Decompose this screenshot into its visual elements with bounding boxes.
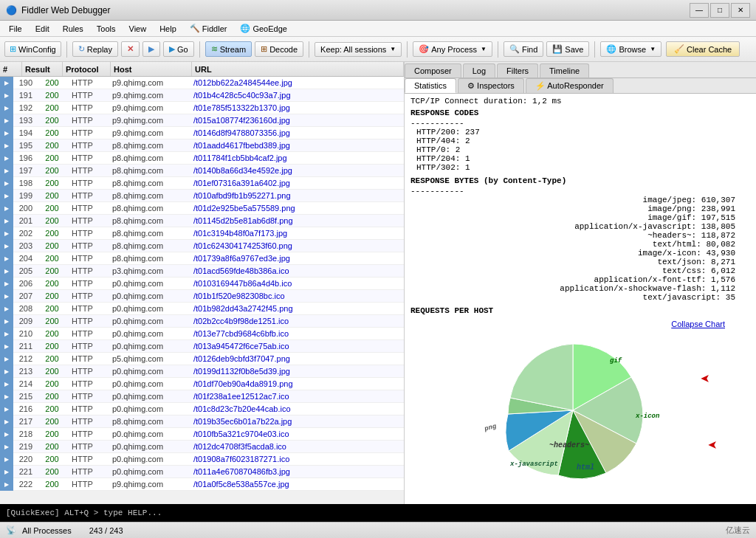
tab-timeline[interactable]: Timeline <box>540 63 589 77</box>
table-row[interactable]: ▶ 209 200 HTTP p0.qhimg.com /t02b2cc4b9f… <box>0 315 404 328</box>
cell-result: 200 <box>35 191 69 200</box>
stream-button[interactable]: ≋ Stream <box>205 41 252 57</box>
cell-url: /t0199d1132f0b8e5d39.jpg <box>190 367 404 376</box>
menubar: File Edit Rules Tools View Help 🔨 Fiddle… <box>0 21 756 37</box>
cell-protocol: HTTP <box>69 404 109 413</box>
table-row[interactable]: ▶ 221 200 HTTP p0.qhimg.com /t011a4e6708… <box>0 466 404 478</box>
cell-result: 200 <box>35 304 69 313</box>
tab-filters[interactable]: Filters <box>497 63 538 77</box>
session-icon: ▶ <box>0 114 13 127</box>
table-row[interactable]: ▶ 210 200 HTTP p0.qhimg.com /t013e77cbd9… <box>0 328 404 340</box>
menu-geoedge[interactable]: 🌐 GeoEdge <box>234 22 292 35</box>
dashes-1: ----------- <box>410 119 750 128</box>
table-row[interactable]: ▶ 208 200 HTTP p0.qhimg.com /t01b982dd43… <box>0 303 404 315</box>
table-row[interactable]: ▶ 194 200 HTTP p9.qhimg.com /t0146d8f947… <box>0 127 404 139</box>
cell-host: p0.qhimg.com <box>109 404 190 413</box>
menu-file[interactable]: File <box>3 23 28 35</box>
minimize-button[interactable]: — <box>690 3 709 18</box>
find-button[interactable]: 🔍 Find <box>504 41 543 57</box>
cell-id: 207 <box>13 292 35 300</box>
table-row[interactable]: ▶ 222 200 HTTP p9.qhimg.com /t01a0f5c8e5… <box>0 478 404 491</box>
table-row[interactable]: ▶ 197 200 HTTP p8.qhimg.com /t0140b8a66d… <box>0 165 404 177</box>
table-row[interactable]: ▶ 207 200 HTTP p0.qhimg.com /t01b1f520e9… <box>0 290 404 303</box>
table-row[interactable]: ▶ 212 200 HTTP p5.qhimg.com /t0126deb9cb… <box>0 353 404 365</box>
tab-composer[interactable]: Composer <box>405 63 461 77</box>
table-row[interactable]: ▶ 195 200 HTTP p8.qhimg.com /t01aadd4617… <box>0 139 404 152</box>
winconfig-button[interactable]: ⊞ WinConfig <box>4 41 61 57</box>
table-row[interactable]: ▶ 193 200 HTTP p9.qhimg.com /t015a108774… <box>0 114 404 127</box>
table-row[interactable]: ▶ 199 200 HTTP p8.qhimg.com /t010afbd9fb… <box>0 190 404 202</box>
table-row[interactable]: ▶ 198 200 HTTP p8.qhimg.com /t01ef07316a… <box>0 177 404 190</box>
table-row[interactable]: ▶ 200 200 HTTP p8.qhimg.com /t01d2e925be… <box>0 202 404 215</box>
response-codes-list: HTTP/200: 237 HTTP/404: 2 HTTP/0: 2 HTTP… <box>410 128 750 172</box>
col-header-hash: # <box>0 62 22 76</box>
cell-result: 200 <box>35 128 69 137</box>
close-button[interactable]: ✕ <box>731 3 750 18</box>
table-row[interactable]: ▶ 218 200 HTTP p0.qhimg.com /t010fb5a321… <box>0 428 404 441</box>
menu-help[interactable]: Help <box>154 23 182 35</box>
response-bytes-item: image/x-icon: 43,930 <box>416 249 735 258</box>
go-button[interactable]: ▶ Go <box>163 41 194 57</box>
command-bar[interactable]: [QuickExec] ALT+Q > type HELP... <box>0 504 756 522</box>
response-bytes-item: image/png: 238,991 <box>416 204 735 213</box>
maximize-button[interactable]: □ <box>710 3 729 18</box>
response-bytes-item: image/jpeg: 610,307 <box>416 196 735 204</box>
response-codes-title: RESPONSE CODES <box>410 108 750 117</box>
table-row[interactable]: ▶ 217 200 HTTP p8.qhimg.com /t019b35ec6b… <box>0 415 404 428</box>
tab-autoresponder[interactable]: ⚡ AutoResponder <box>526 78 614 93</box>
keep-dropdown[interactable]: Keep: All sessions ▼ <box>315 42 402 57</box>
right-tabs-row2: Statistics ⚙ Inspectors ⚡ AutoResponder <box>405 78 756 94</box>
table-row[interactable]: ▶ 190 200 HTTP p9.qhimg.com /t012bb622a2… <box>0 77 404 89</box>
session-icon: ▶ <box>0 177 13 190</box>
svg-text:html: html <box>577 463 594 472</box>
process-dropdown[interactable]: 🎯 Any Process ▼ <box>413 41 492 57</box>
menu-view[interactable]: View <box>123 23 153 35</box>
decode-button[interactable]: ⊞ Decode <box>255 41 303 57</box>
cell-protocol: HTTP <box>69 266 109 275</box>
table-row[interactable]: ▶ 196 200 HTTP p8.qhimg.com /t011784f1cb… <box>0 152 404 165</box>
tab-statistics[interactable]: Statistics <box>405 78 456 93</box>
browse-dropdown[interactable]: 🌐 Browse ▼ <box>600 41 662 57</box>
save-button[interactable]: 💾 Save <box>546 41 589 57</box>
statusbar-left: 📡 All Processes 243 / 243 <box>6 525 123 535</box>
table-row[interactable]: ▶ 219 200 HTTP p0.qhimg.com /t012dc4708f… <box>0 441 404 453</box>
table-row[interactable]: ▶ 211 200 HTTP p0.qhimg.com /t013a945472… <box>0 340 404 353</box>
cell-url: /t01d2e925be5a575589.png <box>190 204 404 213</box>
table-row[interactable]: ▶ 205 200 HTTP p3.qhimg.com /t01acd569fd… <box>0 265 404 277</box>
cell-result: 200 <box>35 379 69 388</box>
cell-protocol: HTTP <box>69 216 109 225</box>
table-row[interactable]: ▶ 214 200 HTTP p0.qhimg.com /t01df70eb90… <box>0 378 404 390</box>
capture-icon: 📡 <box>6 525 16 535</box>
cell-host: p8.qhimg.com <box>109 417 190 426</box>
replay-button[interactable]: ↻ Replay <box>72 41 118 57</box>
clear-cache-button[interactable]: 🧹 Clear Cache <box>666 41 740 57</box>
table-row[interactable]: ▶ 201 200 HTTP p8.qhimg.com /t01145d2b5e… <box>0 215 404 227</box>
table-row[interactable]: ▶ 191 200 HTTP p9.qhimg.com /t01b4c428c5… <box>0 89 404 102</box>
table-row[interactable]: ▶ 202 200 HTTP p8.qhimg.com /t01c3194b48… <box>0 227 404 240</box>
cell-host: p0.qhimg.com <box>109 392 190 401</box>
menu-edit[interactable]: Edit <box>30 23 55 35</box>
collapse-chart-link[interactable]: Collapse Chart <box>671 320 725 328</box>
table-row[interactable]: ▶ 216 200 HTTP p0.qhimg.com /t01c8d23c7b… <box>0 403 404 415</box>
menu-rules[interactable]: Rules <box>57 23 89 35</box>
table-row[interactable]: ▶ 220 200 HTTP p0.qhimg.com /t01908a7f60… <box>0 453 404 466</box>
x-button[interactable]: ✕ <box>121 41 140 57</box>
cell-url: /t01f238a1ee12512ac7.ico <box>190 392 404 401</box>
table-row[interactable]: ▶ 204 200 HTTP p8.qhimg.com /t01739a8f6a… <box>0 252 404 265</box>
tab-inspectors[interactable]: ⚙ Inspectors <box>458 78 524 93</box>
menu-fiddler[interactable]: 🔨 Fiddler <box>184 22 233 35</box>
table-row[interactable]: ▶ 213 200 HTTP p0.qhimg.com /t0199d1132f… <box>0 365 404 378</box>
table-row[interactable]: ▶ 192 200 HTTP p9.qhimg.com /t01e785f513… <box>0 102 404 114</box>
session-panel: # Result Protocol Host URL ▶ 190 200 HTT… <box>0 62 405 504</box>
menu-tools[interactable]: Tools <box>91 23 122 35</box>
table-row[interactable]: ▶ 206 200 HTTP p0.qhimg.com /t0103169447… <box>0 277 404 290</box>
table-row[interactable]: ▶ 203 200 HTTP p8.qhimg.com /t01c6243041… <box>0 240 404 252</box>
arrow-button[interactable]: ▶ <box>142 41 160 57</box>
session-icon: ▶ <box>0 265 13 277</box>
cell-result: 200 <box>35 292 69 300</box>
cell-host: p3.qhimg.com <box>109 266 190 275</box>
table-row[interactable]: ▶ 215 200 HTTP p0.qhimg.com /t01f238a1ee… <box>0 390 404 403</box>
tab-log[interactable]: Log <box>463 63 495 77</box>
session-icon: ▶ <box>0 415 13 428</box>
main-area: # Result Protocol Host URL ▶ 190 200 HTT… <box>0 62 756 504</box>
